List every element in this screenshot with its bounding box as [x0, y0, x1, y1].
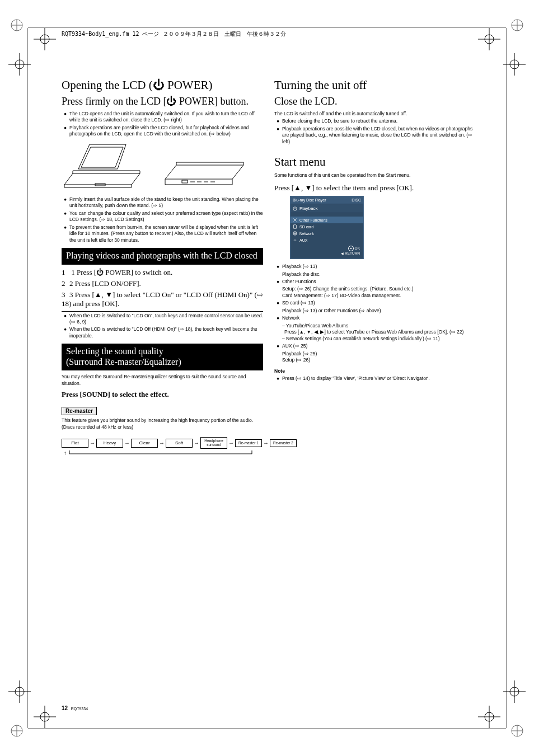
power-icon: ⏻ — [166, 96, 176, 107]
page-footer: 12 RQT9334 — [62, 705, 88, 711]
svg-rect-13 — [182, 180, 188, 183]
aux-icon — [293, 238, 297, 242]
preview-row-sdcard: SD card — [291, 223, 363, 230]
preview-source: DISC — [352, 198, 361, 202]
heading-turn-off: Turning the unit off — [274, 78, 476, 92]
eq-option: Re-master 1 — [235, 439, 262, 448]
bullet-text: ●AUX (⇨ 25) — [277, 343, 476, 349]
prepress-banner: RQT9334~Body1_eng.fm 12 ページ ２００９年３月２８日 土… — [62, 30, 286, 38]
bullet-text: ●When the LCD is switched to "LCD On", t… — [64, 313, 263, 326]
bullet-text: ●Firmly insert the wall surface side of … — [64, 196, 263, 209]
bullet-text: ●Press (⇨ 14) to display 'Title View', '… — [277, 375, 476, 382]
eq-option: Flat — [62, 439, 88, 448]
registration-mark — [34, 706, 56, 728]
eq-option: Heavy — [96, 439, 123, 448]
heading-open-lcd: Opening the LCD (⏻ POWER) — [62, 78, 263, 92]
subheading-press-lcd: Press firmly on the LCD [⏻ POWER] button… — [62, 96, 263, 107]
network-icon — [293, 231, 297, 236]
registration-mark — [8, 680, 31, 703]
heading-start-menu: Start menu — [274, 155, 476, 169]
bullet-text: ●Other Functions — [277, 279, 476, 285]
sub-text: Press [▲, ▼, ◀, ▶] to select YouTube or … — [284, 329, 476, 335]
bullet-text: ●Playback operations are possible with t… — [277, 126, 476, 145]
remaster-label: Re-master — [62, 407, 97, 415]
svg-point-15 — [294, 208, 296, 209]
step-1: 1 1 Press [⏻ POWER] to switch on. — [62, 268, 263, 277]
sub-text: Setup (⇨ 26) — [282, 357, 476, 363]
crop-mark-tr — [509, 17, 526, 34]
sub-text: Setup: (⇨ 26) Change the unit's settings… — [282, 286, 476, 292]
bullet-text: ●Playback (⇨ 13) — [277, 264, 476, 270]
paragraph: The LCD is switched off and the unit is … — [274, 111, 476, 117]
sub-text: – Network settings (You can establish ne… — [282, 336, 476, 342]
guide-line — [28, 27, 506, 27]
registration-mark — [478, 28, 500, 50]
crop-mark-br — [509, 722, 526, 739]
arrow-icon: → — [228, 440, 234, 446]
power-icon: ⏻ — [153, 78, 165, 91]
guide-line — [27, 28, 27, 728]
sub-text: Playback (⇨ 25) — [282, 351, 476, 357]
preview-row-network: Network — [291, 230, 363, 237]
registration-mark — [478, 706, 500, 728]
preview-row-aux: AUX — [291, 237, 363, 243]
guide-line — [507, 28, 507, 728]
bullet-text: ●You can change the colour quality and s… — [64, 210, 263, 223]
sub-text: Playback the disc. — [282, 271, 476, 278]
step-3: 33 Press [▲, ▼] to select "LCD On" or "L… — [62, 290, 263, 309]
bullet-text: ●Playback operations are possible with t… — [64, 125, 263, 138]
power-icon: ⏻ — [96, 268, 104, 276]
bullet-text: ●To prevent the screen from burn-in, the… — [64, 224, 263, 243]
paragraph: Some functions of this unit can be opera… — [274, 172, 476, 179]
sub-text: Playback (⇨ 13) or Other Functions (⇨ ab… — [282, 308, 476, 314]
device-open-illustration — [62, 140, 146, 193]
instruction: Press [SOUND] to select the effect. — [62, 390, 263, 399]
divider — [62, 311, 263, 312]
bullet-text: ●The LCD opens and the unit is automatic… — [64, 111, 263, 124]
device-illustrations — [62, 140, 263, 193]
paragraph: You may select the Surround Re-master/Eq… — [62, 374, 263, 387]
bullet-text: ●Network — [277, 315, 476, 321]
instruction: Press [▲, ▼] to select the item and pres… — [274, 184, 476, 192]
registration-mark — [34, 28, 56, 50]
step-2: 22 Press [LCD ON/OFF]. — [62, 279, 263, 288]
preview-title: Blu-ray Disc Player — [293, 198, 326, 202]
sub-text: – YouTube/Picasa Web Albums — [282, 323, 476, 329]
tools-icon — [293, 218, 297, 222]
section-bar-lcd-closed: Playing videos and photographs with the … — [62, 248, 263, 264]
preview-footer: OK ◀ RETURN — [291, 243, 363, 259]
arrow-icon: → — [194, 440, 199, 446]
dpad-icon — [348, 246, 354, 251]
preview-row-other: Other Functions — [291, 217, 363, 223]
eq-option: Headphone surround — [200, 437, 227, 449]
loop-arrow: ↑ — [64, 450, 263, 456]
arrow-icon: → — [263, 440, 269, 446]
bullet-text: ●Before closing the LCD, be sure to retr… — [277, 118, 476, 124]
left-column: Opening the LCD (⏻ POWER) Press firmly o… — [62, 78, 263, 456]
disc-icon — [293, 206, 297, 211]
sdcard-icon — [293, 224, 297, 229]
section-bar-sound: Selecting the sound quality (Surround Re… — [62, 344, 263, 370]
registration-mark — [8, 53, 31, 76]
arrow-icon: → — [90, 440, 95, 446]
arrow-icon: → — [124, 440, 130, 446]
loop-line — [68, 450, 253, 454]
crop-mark-tl — [8, 17, 25, 34]
right-column: Turning the unit off Close the LCD. The … — [274, 78, 476, 456]
arrow-icon: → — [159, 440, 165, 446]
eq-option: Clear — [131, 439, 158, 448]
onscreen-menu-preview: Blu-ray Disc Player DISC Playback Other … — [290, 196, 364, 259]
eq-option: Soft — [166, 439, 193, 448]
device-closed-illustration — [162, 140, 246, 193]
preview-row-playback: Playback — [291, 204, 363, 213]
crop-mark-bl — [8, 722, 25, 739]
subheading-close-lcd: Close the LCD. — [274, 96, 476, 107]
bullet-text: ●When the LCD is switched to "LCD Off (H… — [64, 326, 263, 339]
sub-text: Card Management: (⇨ 17) BD-Video data ma… — [282, 293, 476, 299]
bullet-text: ●SD card (⇨ 13) — [277, 300, 476, 306]
paragraph: This feature gives you brighter sound by… — [62, 417, 263, 430]
equalizer-flow: Flat → Heavy → Clear → Soft → Headphone … — [62, 437, 263, 449]
svg-point-18 — [350, 248, 352, 250]
guide-line — [28, 729, 506, 729]
note-label: Note — [274, 368, 476, 374]
